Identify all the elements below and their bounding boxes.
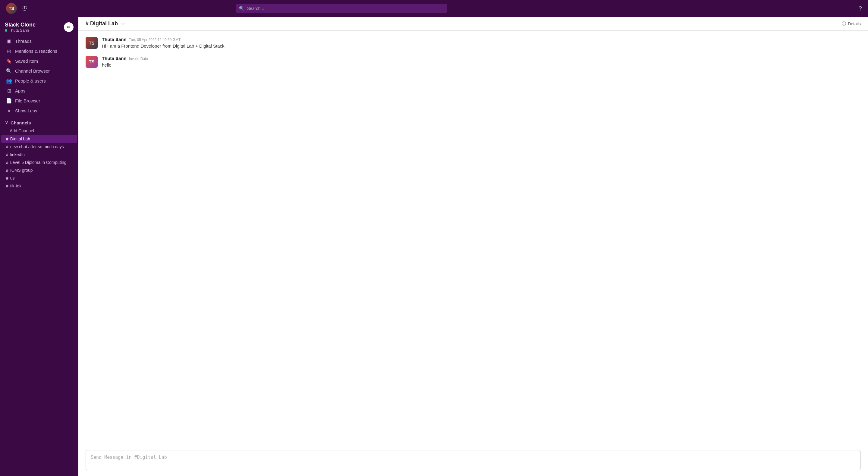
message-input[interactable] <box>86 450 861 470</box>
hash-icon: # <box>6 144 8 149</box>
message-text: Hi I am a Frontend Developer from Digita… <box>102 43 224 50</box>
message-meta: Thuta Sann Invalid Date <box>102 56 148 61</box>
avatar-image: TS <box>86 56 98 68</box>
threads-icon: ▣ <box>6 38 12 44</box>
message-text: hello <box>102 62 148 69</box>
chevron-down-icon: ∨ <box>5 120 8 125</box>
sidebar-channel-level5[interactable]: #Level 5 Diploma in Computing <box>1 158 77 166</box>
hash-icon: # <box>6 168 8 172</box>
topbar: TS ⏱ 🔍 ? <box>0 0 868 17</box>
plus-icon: + <box>5 128 7 133</box>
topbar-avatar[interactable]: TS <box>6 3 17 14</box>
channels-section-header[interactable]: ∨ Channels <box>0 117 79 127</box>
message-body: Thuta Sann Tue, 05 Apr 2022 12:40:59 GMT… <box>102 37 224 50</box>
sidebar-nav: ▣ Threads ◎ Mentions & reactions 🔖 Saved… <box>0 35 79 117</box>
help-icon[interactable]: ? <box>859 5 862 12</box>
online-indicator <box>5 29 7 32</box>
avatar-image: TS <box>86 37 98 49</box>
messages-area: TS Thuta Sann Tue, 05 Apr 2022 12:40:59 … <box>79 31 868 445</box>
mentions-icon: ◎ <box>6 48 12 54</box>
saved-icon: 🔖 <box>6 58 12 64</box>
layout: Slack Clone Thuta Sann ✏ ▣ Threads ◎ Men… <box>0 17 868 476</box>
message-msg1: TS Thuta Sann Tue, 05 Apr 2022 12:40:59 … <box>86 37 861 50</box>
hash-icon: # <box>6 176 8 181</box>
channel-browser-icon: 🔍 <box>6 68 12 74</box>
channel-header: # Digital Lab ☆ ⓘ Details <box>79 17 868 31</box>
message-author: Thuta Sann <box>102 37 127 42</box>
info-icon: ⓘ <box>842 21 846 27</box>
sidebar-channel-tik-tok[interactable]: #tik-tok <box>1 182 77 190</box>
sidebar-brand: Slack Clone Thuta Sann <box>5 22 36 33</box>
sidebar-item-show-less[interactable]: ∧ Show Less <box>1 106 77 116</box>
message-avatar: TS <box>86 56 98 68</box>
sidebar-item-saved[interactable]: 🔖 Saved Item <box>1 56 77 66</box>
message-timestamp: Invalid Date <box>129 57 148 61</box>
search-bar: 🔍 <box>236 4 447 13</box>
search-input[interactable] <box>236 4 447 13</box>
sidebar-channel-us[interactable]: #us <box>1 174 77 182</box>
apps-icon: ⊞ <box>6 88 12 94</box>
sidebar: Slack Clone Thuta Sann ✏ ▣ Threads ◎ Men… <box>0 17 79 476</box>
sidebar-item-file-browser[interactable]: 📄 File Browser <box>1 96 77 106</box>
avatar-image: TS <box>6 3 17 14</box>
message-timestamp: Tue, 05 Apr 2022 12:40:59 GMT <box>129 38 181 42</box>
chevron-up-icon: ∧ <box>6 108 12 114</box>
hash-icon: # <box>6 184 8 188</box>
message-msg2: TS Thuta Sann Invalid Date hello <box>86 56 861 69</box>
hash-icon: # <box>6 152 8 157</box>
sidebar-item-channel-browser[interactable]: 🔍 Channel Browser <box>1 66 77 76</box>
channels-list: #Digital Lab#new chat after so much days… <box>0 135 79 190</box>
people-icon: 👥 <box>6 78 12 84</box>
sidebar-item-apps[interactable]: ⊞ Apps <box>1 86 77 96</box>
main-content: # Digital Lab ☆ ⓘ Details TS Thuta Sann … <box>79 17 868 476</box>
add-channel-button[interactable]: + Add Channel <box>0 127 79 135</box>
sidebar-channel-digital-lab[interactable]: #Digital Lab <box>1 135 77 143</box>
sidebar-item-people[interactable]: 👥 People & users <box>1 76 77 86</box>
sidebar-item-threads[interactable]: ▣ Threads <box>1 36 77 46</box>
history-icon[interactable]: ⏱ <box>22 5 28 12</box>
message-meta: Thuta Sann Tue, 05 Apr 2022 12:40:59 GMT <box>102 37 224 42</box>
details-button[interactable]: ⓘ Details <box>842 21 861 27</box>
star-icon[interactable]: ☆ <box>121 21 125 27</box>
channel-header-left: # Digital Lab ☆ <box>86 21 125 27</box>
app-title: Slack Clone <box>5 22 36 28</box>
sidebar-channel-new-chat[interactable]: #new chat after so much days <box>1 143 77 151</box>
message-avatar: TS <box>86 37 98 49</box>
file-browser-icon: 📄 <box>6 98 12 104</box>
message-author: Thuta Sann <box>102 56 127 61</box>
sidebar-header: Slack Clone Thuta Sann ✏ <box>0 17 79 35</box>
sidebar-item-mentions[interactable]: ◎ Mentions & reactions <box>1 46 77 56</box>
channel-name: # Digital Lab <box>86 21 118 27</box>
sidebar-username: Thuta Sann <box>5 28 36 33</box>
sidebar-channel-icms[interactable]: #ICMS group <box>1 166 77 174</box>
message-input-area <box>79 445 868 476</box>
sidebar-channel-linkedin[interactable]: #linkedIn <box>1 151 77 158</box>
hash-icon: # <box>6 160 8 165</box>
compose-button[interactable]: ✏ <box>64 22 73 32</box>
hash-icon: # <box>6 136 8 141</box>
message-body: Thuta Sann Invalid Date hello <box>102 56 148 69</box>
